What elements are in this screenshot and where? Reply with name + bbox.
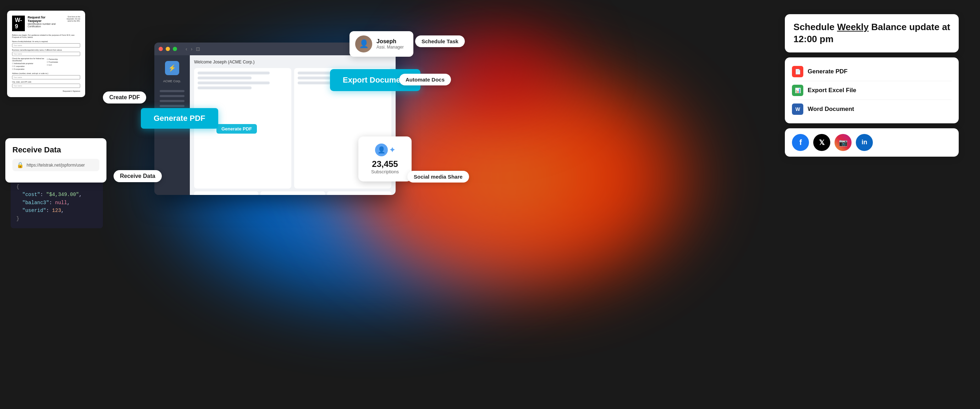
card-row [197,76,251,79]
code-block: { "cost": "$4,349.00", "balanc3": null, … [11,177,103,228]
export-word-label: Word Document [808,106,854,113]
subscriptions-count: 23,455 [367,159,403,169]
nav-back-icon[interactable]: ‹ [186,46,187,52]
bottom-cards-grid [194,192,391,195]
card-row [197,81,270,84]
w9-field1: Your name [12,43,80,48]
pdf-icon: 📄 [792,66,803,77]
app-logo: ⚡ [165,61,179,75]
traffic-light-yellow[interactable] [166,47,170,51]
sidebar-company-label: ACME Corp. [163,79,181,83]
subscriptions-label: Subscriptions [367,169,403,174]
traffic-light-red[interactable] [159,47,163,51]
sidebar-item-4[interactable] [160,105,185,107]
mini-card-3 [327,192,391,195]
code-key-balance: "balanc3" [22,200,49,206]
generate-pdf-small-label: Generate PDF [216,124,257,134]
w9-field2: Your name [12,52,80,56]
receive-data-input: 🔒 https://telstrak.net/jspform/user [13,159,99,171]
schedule-card: Schedule Weekly Balance update at12:00 p… [785,14,959,52]
subscriptions-icons: 👤 ✦ [367,144,403,156]
code-key-userid: "userid" [22,208,46,213]
w9-field1-label: Name of entity/individual. An entry is r… [12,40,80,43]
w9-signature: Requester's Signature [12,90,80,92]
word-icon: W [792,103,803,115]
export-pdf-option[interactable]: 📄 Generate PDF [792,62,951,81]
generate-pdf-button[interactable]: Generate PDF [141,108,218,128]
joseph-info: Joseph Assi. Manager [377,38,408,50]
joseph-name: Joseph [377,38,408,44]
sidebar-item-2[interactable] [160,95,185,97]
add-icon: ✦ [389,146,395,154]
traffic-light-green[interactable] [173,47,177,51]
create-pdf-label[interactable]: Create PDF [103,92,146,103]
code-val-balance: null [55,200,67,206]
subscriptions-card: 👤 ✦ 23,455 Subscriptions [358,136,412,181]
bg-blob-red [390,0,603,142]
schedule-task-label[interactable]: Schedule Task [415,35,465,47]
social-media-share-label[interactable]: Social media Share [407,171,469,182]
social-media-card: f 𝕏 📷 in [785,128,959,157]
w9-form-card: W-9 Request for Taxpayer Identification … [7,11,85,97]
card-row [197,87,251,89]
receive-data-title: Receive Data [13,145,99,155]
code-val-userid: 123 [52,208,61,213]
joseph-card: 👤 Joseph Assi. Manager [350,31,414,57]
window-nav-icons: ‹ › ⊡ [186,46,200,52]
mini-card-1 [194,192,258,195]
w9-field2-label: Business name/disregarded entity name, i… [12,49,80,51]
automate-docs-label[interactable]: Automate Docs [399,74,451,86]
welcome-header: Welcome Joseph (ACME Corp.) [194,60,391,65]
right-panel: Schedule Weekly Balance update at12:00 p… [785,14,959,157]
instagram-icon[interactable]: 📷 [835,134,851,151]
w9-subtitle: Identification number and Certification [28,23,60,28]
twitter-icon[interactable]: 𝕏 [813,134,830,151]
export-excel-option[interactable]: 📊 Export Excel File [792,81,951,100]
lock-icon: 🔒 [17,162,24,168]
export-word-option[interactable]: W Word Document [792,100,951,118]
facebook-icon[interactable]: f [792,134,809,151]
joseph-title: Assi. Manager [377,44,408,50]
mini-card-2 [261,192,325,195]
receive-data-url: https://telstrak.net/jspform/user [27,163,85,168]
joseph-avatar: 👤 [355,35,372,52]
code-val-cost: "$4,349.00" [46,192,79,197]
sidebar-item-1[interactable] [160,90,185,92]
w9-title: Request for Taxpayer [28,16,60,23]
receive-data-label[interactable]: Receive Data [113,170,162,182]
export-options-card: 📄 Generate PDF 📊 Export Excel File W Wor… [785,57,959,123]
card-row [197,71,270,75]
code-key-cost: "cost" [22,192,40,197]
w9-form-number: W-9 [12,16,25,31]
excel-icon: 📊 [792,85,803,96]
export-excel-label: Export Excel File [808,87,856,94]
nav-forward-icon[interactable]: › [191,46,192,52]
w9-note: Before you begin: For guidance related t… [12,34,80,38]
export-pdf-label: Generate PDF [808,68,847,75]
nav-more-icon[interactable]: ⊡ [196,46,200,52]
person-icon: 👤 [375,144,388,156]
receive-data-card: Receive Data 🔒 https://telstrak.net/jspf… [5,138,107,182]
sidebar-item-3[interactable] [160,100,185,102]
linkedin-icon[interactable]: in [856,134,873,151]
schedule-title: Schedule Weekly Balance update at12:00 p… [793,21,950,45]
